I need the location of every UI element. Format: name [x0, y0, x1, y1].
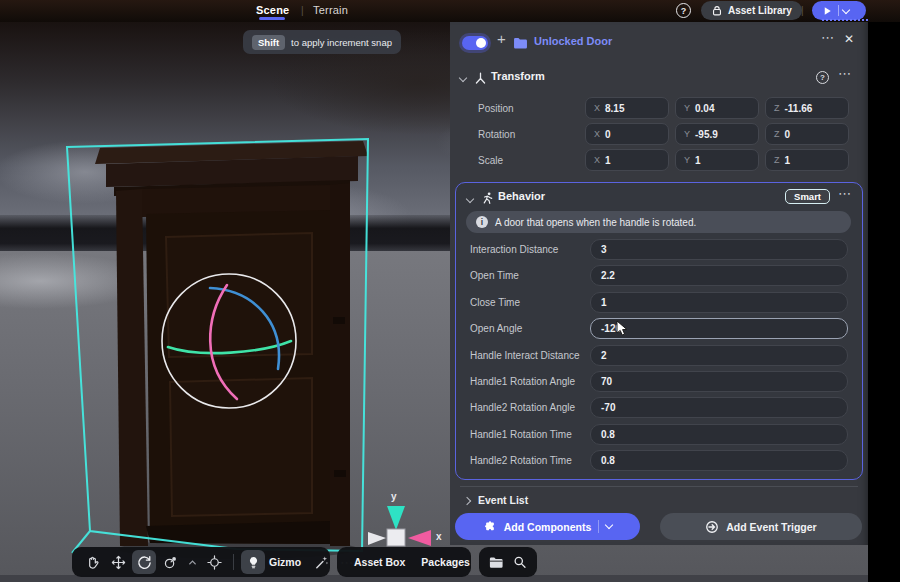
axis-prefix: Y — [684, 129, 690, 139]
behavior-collapse-chevron-icon[interactable] — [466, 195, 474, 203]
field-value: 0.8 — [601, 455, 615, 466]
handle1-rotation-time-label: Handle1 Rotation Time — [470, 429, 572, 440]
handle1-rotation-time-field[interactable]: 0.8 — [590, 424, 848, 445]
inspector-panel: + Unlocked Door ⋯ ✕ Transform ? ⋯ Positi… — [450, 22, 868, 545]
handle2-rotation-time-label: Handle2 Rotation Time — [470, 455, 572, 466]
transform-more-icon[interactable]: ⋯ — [838, 66, 852, 81]
dock-separator — [233, 554, 234, 570]
tab-scene[interactable]: Scene — [256, 4, 289, 16]
tab-separator: | — [301, 5, 304, 16]
axis-prefix: X — [594, 155, 600, 165]
field-value: 0 — [785, 129, 791, 140]
scale-x-field[interactable]: X 1 — [585, 149, 669, 171]
position-x-field[interactable]: X 8.15 — [585, 97, 669, 119]
puzzle-icon — [483, 520, 497, 534]
rotation-y-field[interactable]: Y -95.9 — [675, 123, 759, 145]
tools-dock: Gizmo ⋯ — [72, 547, 330, 577]
field-value: 0 — [605, 129, 611, 140]
toggle-knob — [476, 38, 486, 48]
behavior-info-banner: i A door that opens when the handle is r… — [466, 211, 851, 233]
section-divider — [460, 486, 858, 487]
open-angle-label: Open Angle — [470, 323, 522, 334]
behavior-icon — [481, 191, 494, 205]
components-dropdown-chevron-icon[interactable] — [605, 521, 613, 529]
rotation-x-field[interactable]: X 0 — [585, 123, 669, 145]
transform-section-title: Transform — [491, 70, 545, 82]
help-icon[interactable]: ? — [676, 3, 691, 18]
play-button[interactable] — [812, 1, 866, 20]
axis-y-cone — [387, 506, 405, 530]
magic-wand-button[interactable] — [309, 550, 333, 574]
position-label: Position — [478, 103, 514, 114]
field-value: -11.66 — [785, 103, 813, 114]
panel-close-icon[interactable]: ✕ — [844, 32, 854, 46]
move-tool-button[interactable] — [106, 550, 130, 574]
rotation-label: Rotation — [478, 129, 515, 140]
panel-more-icon[interactable]: ⋯ — [821, 30, 835, 45]
info-icon: i — [476, 216, 488, 228]
close-time-field[interactable]: 1 — [590, 292, 848, 313]
smart-badge: Smart — [785, 189, 830, 204]
browse-dock — [479, 547, 537, 577]
pan-tool-button[interactable] — [80, 550, 104, 574]
asset-library-label: Asset Library — [728, 5, 792, 16]
field-value: 3 — [601, 244, 607, 255]
add-event-trigger-button[interactable]: Add Event Trigger — [660, 513, 862, 540]
behavior-section: Behavior Smart ⋯ i A door that opens whe… — [455, 182, 863, 480]
position-z-field[interactable]: Z -11.66 — [765, 97, 849, 119]
behavior-description: A door that opens when the handle is rot… — [495, 217, 696, 228]
handle2-rotation-angle-field[interactable]: -70 — [590, 397, 848, 418]
field-value: 70 — [601, 376, 612, 387]
folder-icon — [513, 37, 528, 49]
axis-prefix: X — [594, 129, 600, 139]
axis-prefix: Z — [774, 129, 780, 139]
axis-prefix: X — [594, 103, 600, 113]
field-value: 1 — [785, 155, 791, 166]
light-toggle-button[interactable] — [241, 550, 265, 574]
shift-key-badge: Shift — [252, 35, 285, 50]
asset-dock: Asset Box Packages — [337, 547, 471, 577]
field-value: 1 — [601, 297, 607, 308]
app-window: y x Shift to apply increment snap Scene … — [0, 0, 900, 582]
axis-prefix: Z — [774, 155, 780, 165]
interaction-distance-field[interactable]: 3 — [590, 239, 848, 260]
search-icon[interactable] — [513, 555, 527, 569]
axis-x-cone — [408, 530, 431, 546]
field-value: 2 — [601, 350, 607, 361]
rotate-tool-button[interactable] — [132, 550, 156, 574]
object-enabled-toggle[interactable] — [462, 36, 488, 50]
scale-label: Scale — [478, 155, 503, 166]
scale-z-field[interactable]: Z 1 — [765, 149, 849, 171]
handle-interact-distance-field[interactable]: 2 — [590, 345, 848, 366]
field-value: 8.15 — [605, 103, 624, 114]
play-button-hint-underline — [822, 19, 868, 21]
position-y-field[interactable]: Y 0.04 — [675, 97, 759, 119]
files-folder-icon[interactable] — [489, 556, 503, 569]
scale-tool-button[interactable] — [158, 550, 182, 574]
transform-help-icon[interactable]: ? — [816, 71, 829, 84]
handle1-rotation-angle-field[interactable]: 70 — [590, 371, 848, 392]
open-time-field[interactable]: 2.2 — [590, 265, 848, 286]
add-icon[interactable]: + — [497, 30, 506, 47]
tool-options-chevron-icon[interactable] — [184, 550, 200, 574]
behavior-more-icon[interactable]: ⋯ — [838, 186, 852, 201]
tab-terrain[interactable]: Terrain — [313, 4, 348, 16]
add-components-button[interactable]: Add Components — [455, 513, 640, 540]
rotation-z-field[interactable]: Z 0 — [765, 123, 849, 145]
scale-y-field[interactable]: Y 1 — [675, 149, 759, 171]
transform-collapse-chevron-icon[interactable] — [459, 74, 467, 82]
handle2-rotation-time-field[interactable]: 0.8 — [590, 450, 848, 471]
packages-label[interactable]: Packages — [421, 556, 469, 568]
event-list-chevron-icon[interactable] — [463, 497, 471, 505]
play-icon — [821, 5, 833, 17]
asset-library-button[interactable]: Asset Library — [701, 1, 802, 20]
axis-widget — [368, 506, 431, 546]
play-dropdown-chevron-icon[interactable] — [842, 5, 850, 13]
close-time-label: Close Time — [470, 297, 520, 308]
door-hinge — [333, 317, 345, 324]
asset-box-label[interactable]: Asset Box — [354, 556, 405, 568]
snap-target-button[interactable] — [202, 550, 226, 574]
field-value: 0.04 — [695, 103, 714, 114]
event-list-header[interactable]: Event List — [478, 494, 528, 506]
add-event-trigger-label: Add Event Trigger — [726, 521, 816, 533]
